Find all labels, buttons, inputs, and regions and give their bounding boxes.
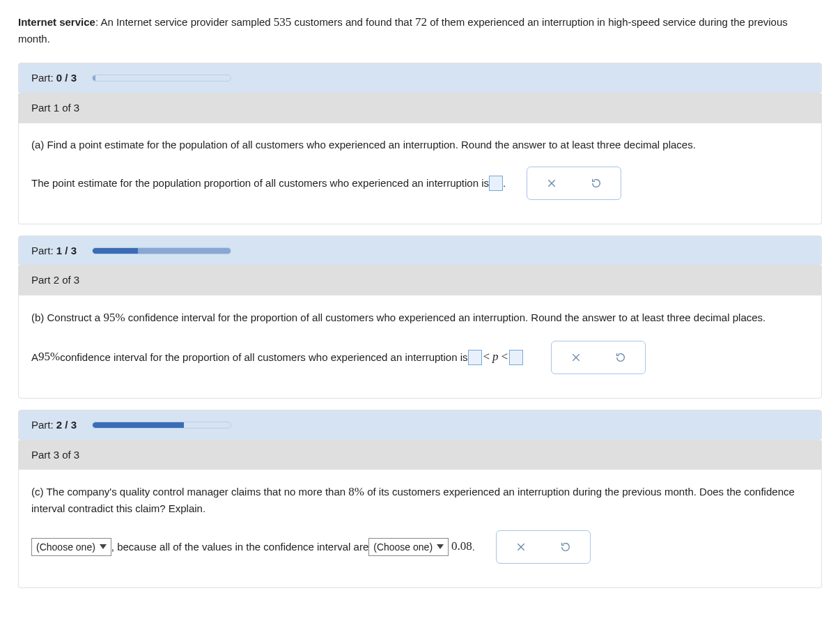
p-symbol: p — [491, 348, 500, 366]
part-3-title: Part 3 of 3 — [18, 440, 822, 470]
ci-lower-input[interactable] — [468, 350, 482, 365]
reset-icon[interactable] — [614, 351, 627, 364]
choose-one-dropdown-2[interactable]: (Choose one) — [368, 538, 449, 556]
ci-upper-input[interactable] — [509, 350, 523, 365]
threshold-value: 0.08 — [451, 538, 472, 555]
because-text: , because all of the values in the confi… — [111, 539, 368, 555]
progress-bar — [92, 247, 231, 254]
progress-header-0: Part: 0 / 3 — [18, 63, 822, 93]
clear-icon[interactable] — [545, 177, 558, 190]
point-estimate-input[interactable] — [489, 176, 503, 191]
part-2-body: (b) Construct a 95% confidence interval … — [18, 295, 822, 399]
part-1-body: (a) Find a point estimate for the popula… — [18, 123, 822, 224]
question-intro: Internet service: An Internet service pr… — [18, 14, 822, 46]
progress-bar — [92, 422, 231, 429]
part-1-action-panel — [527, 167, 621, 200]
period: . — [503, 176, 506, 191]
period: . — [472, 539, 475, 555]
part-2-conf: 95% — [38, 348, 60, 366]
progress-label: Part: 0 / 3 — [31, 70, 77, 86]
part-3-prompt: (c) The company's quality control manage… — [31, 484, 809, 516]
dropdown-label: (Choose one) — [36, 540, 95, 554]
part-3-action-panel — [496, 530, 591, 564]
part-2-answer-pre: A — [31, 350, 38, 365]
event-count: 72 — [415, 15, 427, 29]
part-2-action-panel — [551, 341, 646, 374]
lt-1: < — [482, 348, 492, 366]
chevron-down-icon — [100, 544, 107, 549]
reset-icon[interactable] — [590, 177, 602, 190]
clear-icon[interactable] — [570, 351, 582, 364]
progress-header-1: Part: 1 / 3 — [18, 236, 822, 266]
progress-label: Part: 1 / 3 — [31, 243, 77, 259]
sample-size: 535 — [274, 15, 292, 29]
part-2-title: Part 2 of 3 — [18, 265, 822, 295]
chevron-down-icon — [437, 544, 444, 549]
part-2-prompt: (b) Construct a 95% confidence interval … — [31, 309, 809, 327]
choose-one-dropdown-1[interactable]: (Choose one) — [31, 538, 111, 556]
part-2-answer-mid: confidence interval for the proportion o… — [60, 350, 467, 365]
progress-header-2: Part: 2 / 3 — [18, 410, 822, 440]
intro-title: Internet service — [18, 16, 95, 28]
part-1-title: Part 1 of 3 — [18, 93, 822, 123]
reset-icon[interactable] — [559, 541, 572, 553]
intro-text-1: : An Internet service provider sampled — [95, 16, 274, 28]
dropdown-label: (Choose one) — [373, 540, 433, 554]
intro-text-2: customers and found that — [291, 16, 415, 28]
part-3-body: (c) The company's quality control manage… — [18, 470, 822, 587]
part-1-answer-lead: The point estimate for the population pr… — [31, 176, 489, 191]
progress-label: Part: 2 / 3 — [31, 417, 77, 433]
progress-bar — [92, 75, 231, 82]
part-1-prompt: (a) Find a point estimate for the popula… — [31, 137, 809, 153]
lt-2: < — [500, 348, 510, 366]
clear-icon[interactable] — [515, 541, 527, 553]
